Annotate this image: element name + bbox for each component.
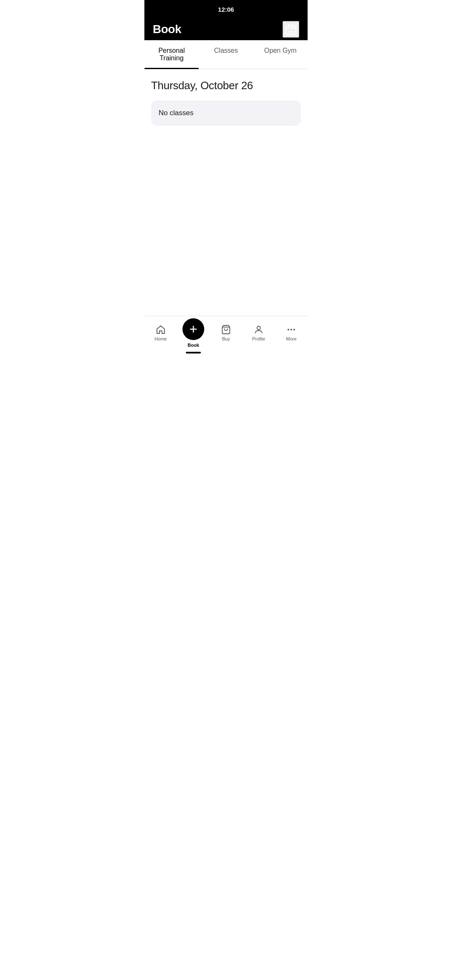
status-time: 12:06 [218, 6, 234, 13]
no-classes-card: No classes [151, 101, 301, 126]
nav-item-buy[interactable]: Buy [210, 316, 242, 353]
person-icon [254, 325, 264, 335]
tab-personal-training[interactable]: Personal Training [144, 40, 199, 69]
home-icon [156, 325, 166, 335]
header: Book [144, 18, 308, 40]
svg-point-9 [288, 329, 289, 330]
tab-navigation: Personal Training Classes Open Gym [144, 40, 308, 69]
nav-item-profile[interactable]: Profile [242, 316, 275, 353]
nav-item-book[interactable]: Book [177, 316, 210, 353]
status-bar: 12:06 [144, 0, 308, 18]
buy-label: Buy [222, 336, 230, 341]
svg-point-10 [290, 329, 292, 330]
bag-icon [221, 325, 231, 335]
home-label: Home [154, 336, 167, 341]
no-classes-text: No classes [159, 109, 193, 117]
bottom-navigation: Home Book Buy Prof [144, 316, 308, 353]
more-label: More [286, 336, 296, 341]
nav-item-home[interactable]: Home [144, 316, 177, 353]
book-button-circle [182, 318, 204, 340]
svg-rect-0 [286, 26, 296, 34]
page-title: Book [153, 23, 181, 36]
svg-point-11 [293, 329, 295, 330]
more-icon [286, 325, 296, 335]
date-heading: Thursday, October 26 [151, 79, 301, 92]
nav-item-more[interactable]: More [275, 316, 308, 353]
active-indicator [186, 352, 201, 353]
plus-icon [188, 324, 198, 334]
svg-point-8 [257, 326, 260, 330]
book-label: Book [187, 343, 199, 348]
tab-open-gym[interactable]: Open Gym [253, 40, 308, 69]
calendar-icon [285, 23, 297, 35]
tab-classes[interactable]: Classes [199, 40, 253, 69]
main-content: Thursday, October 26 No classes [144, 69, 308, 136]
profile-label: Profile [252, 336, 265, 341]
calendar-button[interactable] [282, 21, 299, 38]
